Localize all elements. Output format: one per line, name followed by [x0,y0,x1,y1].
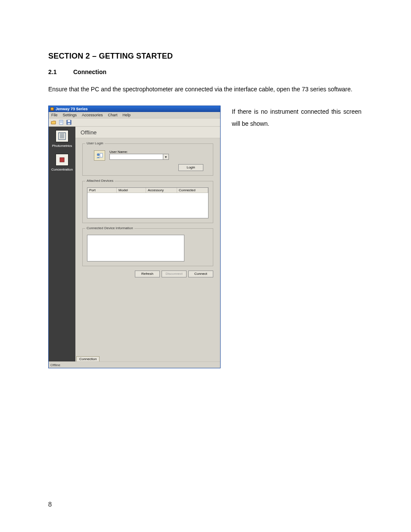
statusbar: Offline [49,361,220,368]
col-port: Port [87,188,117,193]
subsection-number: 2.1 [48,68,73,75]
sidebar-label-concentration: Concentration [49,168,75,171]
menu-settings[interactable]: Settings [63,113,77,117]
bottom-tabs: Connection [75,356,100,361]
sidebar-item-concentration[interactable]: Concentration [49,154,75,171]
device-table-header: Port Model Accessory Connected [87,188,208,193]
connected-device-info-group: Connected Device Information [82,228,213,266]
svg-rect-3 [68,123,70,124]
dropdown-arrow-icon[interactable]: ▼ [163,154,168,159]
device-table: Port Model Accessory Connected [87,187,209,218]
connect-button[interactable]: Connect [188,271,213,277]
titlebar: Jenway 73 Series [49,106,220,112]
side-paragraph: If there is no instrument connected this… [232,106,361,130]
attached-devices-group: Attached Devices Port Model Accessory Co… [82,181,213,223]
username-label: User Name: [109,150,169,154]
disconnect-button[interactable]: Disconnect [162,271,187,277]
col-accessory: Accessory [146,188,177,193]
app-icon [50,107,54,111]
sidebar-item-photometrics[interactable]: Photometrics [49,130,75,148]
svg-rect-0 [59,120,63,124]
page-number: 8 [48,501,52,508]
subsection-heading: 2.1 Connection [48,68,361,75]
toolbar-save-icon[interactable] [66,119,72,125]
status-text: Offline [50,363,60,367]
svg-rect-2 [68,120,70,122]
content-area: Offline User Login User Name: [75,127,220,361]
menu-help[interactable]: Help [123,113,131,117]
login-button[interactable]: Login [178,164,203,171]
refresh-button[interactable]: Refresh [135,271,160,277]
connected-device-info-box [87,235,184,261]
sidebar: Photometrics Concentration [49,127,75,361]
col-connected: Connected [177,188,208,193]
col-model: Model [117,188,146,193]
svg-rect-5 [60,158,64,162]
button-row: Refresh Disconnect Connect [75,271,213,277]
section-title: SECTION 2 – GETTING STARTED [48,52,361,61]
svg-rect-7 [100,153,103,157]
svg-rect-4 [59,133,65,140]
intro-paragraph: Ensure that the PC and the spectrophotom… [48,83,361,95]
attached-devices-legend: Attached Devices [85,179,115,183]
connected-device-info-legend: Connected Device Information [85,226,134,230]
toolbar-open-icon[interactable] [50,119,56,125]
menu-accessories[interactable]: Accessories [82,113,103,117]
svg-point-6 [97,153,100,156]
concentration-icon [56,154,68,166]
menu-chart[interactable]: Chart [108,113,118,117]
tab-connection[interactable]: Connection [76,356,100,361]
user-login-legend: User Login [85,141,105,145]
menu-file[interactable]: File [51,113,58,117]
toolbar-page-icon[interactable] [58,119,64,125]
username-input[interactable]: ▼ [109,154,169,160]
subsection-title: Connection [73,68,106,75]
menubar: File Settings Accessories Chart Help [49,112,220,118]
sidebar-label-photometrics: Photometrics [49,144,75,148]
user-login-group: User Login User Name: ▼ [82,143,213,176]
toolbar [49,118,220,127]
app-window: Jenway 73 Series File Settings Accessori… [48,106,221,368]
content-header: Offline [75,127,220,138]
window-title: Jenway 73 Series [56,107,88,111]
photometrics-icon [56,130,68,142]
user-icon [94,150,105,161]
